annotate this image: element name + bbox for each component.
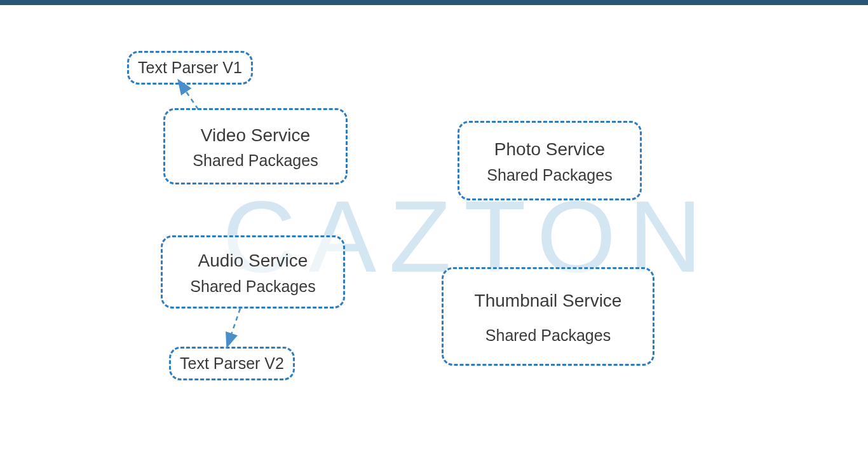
text-parser-v2-label: Text Parser V2 (180, 352, 284, 375)
video-service-title: Video Service (201, 123, 310, 148)
thumbnail-service-box: Thumbnail Service Shared Packages (442, 267, 654, 366)
photo-service-title: Photo Service (494, 137, 605, 162)
diagram-canvas: Text Parser V1 Video Service Shared Pack… (0, 0, 868, 451)
audio-service-title: Audio Service (198, 248, 308, 273)
video-service-box: Video Service Shared Packages (163, 108, 348, 184)
text-parser-v1-label: Text Parser V1 (138, 57, 242, 79)
audio-service-box: Audio Service Shared Packages (161, 235, 345, 309)
audio-service-subtitle: Shared Packages (190, 277, 315, 296)
text-parser-v1-box: Text Parser V1 (127, 51, 253, 85)
thumbnail-service-title: Thumbnail Service (475, 288, 622, 313)
photo-service-box: Photo Service Shared Packages (458, 121, 642, 200)
thumbnail-service-subtitle: Shared Packages (485, 326, 611, 345)
arrow-audio-to-parser-v2 (227, 309, 240, 345)
arrow-video-to-parser-v1 (179, 81, 198, 109)
photo-service-subtitle: Shared Packages (487, 166, 612, 184)
video-service-subtitle: Shared Packages (193, 151, 318, 170)
text-parser-v2-box: Text Parser V2 (169, 347, 295, 380)
